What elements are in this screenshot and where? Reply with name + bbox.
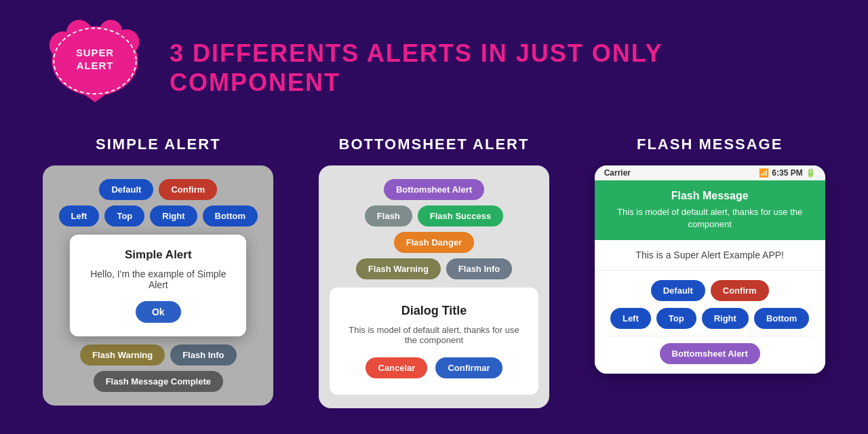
dialog-title: Simple Alert: [86, 248, 230, 262]
flash-nav-row: Left Top Right Bottom: [610, 308, 809, 329]
sections-container: SIMPLE ALERT Default Confirm Left Top Ri…: [0, 136, 868, 408]
svg-point-3: [66, 20, 92, 45]
confirm-button[interactable]: Confirm: [159, 179, 217, 200]
status-bar-right: 📶 6:35 PM 🔋: [759, 168, 815, 178]
flash-warning-button[interactable]: Flash Warning: [80, 344, 165, 366]
cancelar-button[interactable]: Cancelar: [366, 357, 427, 378]
flash-banner: Flash Message This is model of default a…: [595, 180, 825, 240]
top-button[interactable]: Top: [104, 205, 144, 226]
dialog-ok-button[interactable]: Ok: [136, 301, 181, 323]
flash-success-button[interactable]: Flash Success: [418, 205, 503, 226]
bottomsheet-dialog: Dialog Title This is model of default al…: [330, 288, 538, 395]
flash-danger-button[interactable]: Flash Danger: [394, 232, 474, 253]
flash-left-button[interactable]: Left: [610, 308, 651, 329]
status-bar: Carrier 📶 6:35 PM 🔋: [595, 165, 825, 180]
flash-bottom-button[interactable]: Bottom: [754, 308, 810, 329]
flash-bottomsheet-row: Bottomsheet Alert: [606, 336, 814, 364]
svg-text:ALERT: ALERT: [77, 60, 113, 71]
simple-alert-dialog: Simple Alert Hello, I'm the example of S…: [70, 235, 246, 336]
simple-alert-flash-buttons: Flash Warning Flash Info: [80, 344, 236, 366]
bottomsheet-dialog-title: Dialog Title: [343, 304, 525, 318]
bottomsheet-phone: Bottomsheet Alert Flash Flash Success Fl…: [319, 165, 549, 408]
header: SUPER ALERT 3 DIFFERENTS ALERTS IN JUST …: [0, 0, 868, 136]
flash-right-button[interactable]: Right: [702, 308, 749, 329]
wifi-icon: 📶: [759, 168, 769, 178]
battery-icon: 🔋: [806, 168, 816, 178]
flash-info-button[interactable]: Flash Info: [170, 344, 236, 366]
simple-alert-title: SIMPLE ALERT: [96, 136, 221, 153]
simple-alert-section: SIMPLE ALERT Default Confirm Left Top Ri…: [27, 136, 290, 406]
flash-message-title: FLASH MESSAGE: [637, 136, 783, 153]
flash-body-text: This is a Super Alert Example APP!: [595, 240, 825, 271]
simple-alert-nav-buttons: Left Top Right Bottom: [59, 205, 258, 226]
bottomsheet-dialog-message: This is model of default alert, thanks f…: [343, 325, 525, 345]
bottomsheet-dialog-buttons: Cancelar Confirmar: [343, 357, 525, 378]
flash-default-button[interactable]: Default: [651, 280, 705, 301]
flash-confirm-button[interactable]: Confirm: [711, 280, 769, 301]
left-button[interactable]: Left: [59, 205, 100, 226]
flash-banner-title: Flash Message: [606, 190, 814, 202]
flash-top-button[interactable]: Top: [656, 308, 696, 329]
bottomsheet-title: BOTTOMSHEET ALERT: [339, 136, 530, 153]
flash-banner-message: This is model of default alert, thanks f…: [606, 206, 814, 231]
logo: SUPER ALERT: [41, 14, 149, 122]
time-label: 6:35 PM: [772, 168, 802, 178]
bottom-button[interactable]: Bottom: [203, 205, 258, 226]
simple-alert-top-buttons: Default Confirm: [99, 179, 217, 200]
right-button[interactable]: Right: [150, 205, 197, 226]
flash-message-section: FLASH MESSAGE Carrier 📶 6:35 PM 🔋 Flash …: [578, 136, 841, 374]
main-title: 3 DIFFERENTS ALERTS IN JUST ONLY COMPONE…: [170, 39, 827, 97]
bottomsheet-top-buttons: Bottomsheet Alert: [384, 179, 484, 200]
flash-button[interactable]: Flash: [365, 205, 412, 226]
flash-body-content: This is a Super Alert Example APP!: [635, 250, 784, 260]
flash-default-confirm-row: Default Confirm: [651, 280, 769, 301]
default-button[interactable]: Default: [99, 179, 153, 200]
flash-controls: Default Confirm Left Top Right Bottom Bo…: [595, 271, 825, 374]
carrier-label: Carrier: [604, 168, 631, 178]
bottomsheet-section: BOTTOMSHEET ALERT Bottomsheet Alert Flas…: [303, 136, 566, 408]
simple-alert-phone: Default Confirm Left Top Right Bottom Si…: [43, 165, 273, 406]
flash-info-bs-button[interactable]: Flash Info: [446, 258, 512, 279]
simple-alert-complete-button-row: Flash Message Complete: [94, 371, 223, 392]
bottomsheet-flash-row2: Flash Warning Flash Info: [356, 258, 512, 279]
flash-bottomsheet-button[interactable]: Bottomsheet Alert: [660, 343, 760, 364]
bottomsheet-alert-button[interactable]: Bottomsheet Alert: [384, 179, 484, 200]
flash-message-complete-button[interactable]: Flash Message Complete: [94, 371, 223, 392]
flash-message-phone: Carrier 📶 6:35 PM 🔋 Flash Message This i…: [595, 165, 825, 374]
dialog-message: Hello, I'm the example of Simple Alert: [86, 269, 230, 290]
bottomsheet-flash-buttons: Flash Flash Success Flash Danger: [330, 205, 538, 253]
svg-text:SUPER: SUPER: [76, 47, 114, 58]
confirmar-button[interactable]: Confirmar: [435, 357, 502, 378]
flash-warning-bs-button[interactable]: Flash Warning: [356, 258, 441, 279]
